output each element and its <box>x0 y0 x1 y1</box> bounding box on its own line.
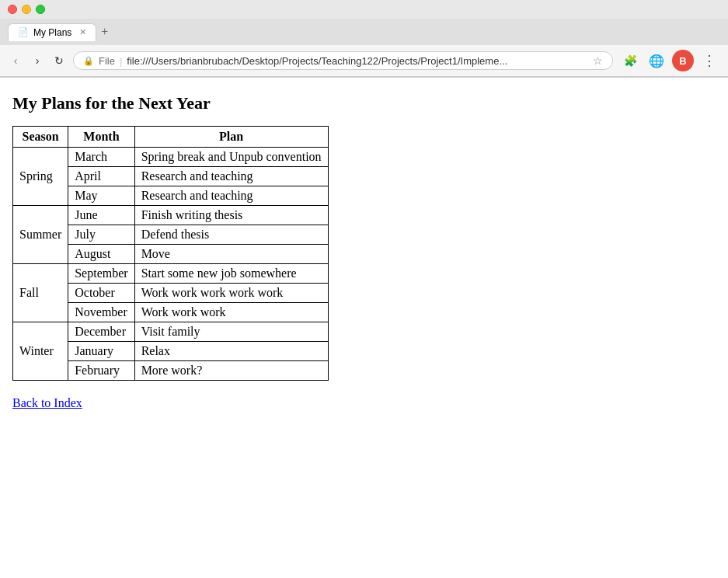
month-header: Month <box>68 127 134 148</box>
table-header-row: Season Month Plan <box>13 127 329 148</box>
month-cell: February <box>68 361 134 381</box>
month-cell: November <box>68 303 134 322</box>
table-row: FallSeptemberStart some new job somewher… <box>13 264 329 284</box>
season-cell: Summer <box>13 206 68 264</box>
url-separator: | <box>120 55 122 67</box>
plan-header: Plan <box>134 127 328 148</box>
plan-cell: Spring break and Unpub convention <box>134 148 328 167</box>
plan-cell: Research and teaching <box>134 167 328 186</box>
plan-cell: Finish writing thesis <box>134 206 328 225</box>
new-tab-button[interactable]: + <box>101 25 108 39</box>
table-row: SpringMarchSpring break and Unpub conven… <box>13 148 329 167</box>
plan-cell: More work? <box>134 361 328 381</box>
back-link-container: Back to Index <box>12 396 82 410</box>
url-file-label: File <box>99 55 115 67</box>
page-content: My Plans for the Next Year Season Month … <box>0 78 728 426</box>
season-cell: Winter <box>13 322 68 381</box>
menu-button[interactable]: ⋮ <box>698 50 720 71</box>
month-cell: May <box>68 186 134 206</box>
season-cell: Spring <box>13 148 68 206</box>
url-bar[interactable]: 🔒 File | file:///Users/brianbrubach/Desk… <box>73 51 613 70</box>
plan-cell: Start some new job somewhere <box>134 264 328 284</box>
bookmark-icon[interactable]: ☆ <box>593 54 603 67</box>
refresh-button[interactable]: ↻ <box>51 53 67 68</box>
month-cell: September <box>68 264 134 284</box>
back-to-index-link[interactable]: Back to Index <box>12 396 82 409</box>
month-cell: July <box>68 225 134 245</box>
url-text: file:///Users/brianbrubach/Desktop/Proje… <box>127 55 585 67</box>
season-cell: Fall <box>13 264 68 322</box>
plans-table: Season Month Plan SpringMarchSpring brea… <box>12 126 329 381</box>
month-cell: August <box>68 245 134 264</box>
lock-icon: 🔒 <box>83 56 94 66</box>
address-bar: ‹ › ↻ 🔒 File | file:///Users/brianbrubac… <box>0 45 728 77</box>
browser-chrome: 📄 My Plans ✕ + ‹ › ↻ 🔒 File | file:///Us… <box>0 0 728 78</box>
month-cell: October <box>68 284 134 303</box>
tab-bar: 📄 My Plans ✕ + <box>0 19 728 45</box>
plan-cell: Move <box>134 245 328 264</box>
title-bar <box>0 0 728 19</box>
browser-icon[interactable]: 🌐 <box>646 50 667 71</box>
month-cell: January <box>68 342 134 361</box>
table-row: SummerJuneFinish writing thesis <box>13 206 329 225</box>
season-header: Season <box>13 127 68 148</box>
plan-cell: Defend thesis <box>134 225 328 245</box>
plan-cell: Work work work work work <box>134 284 328 303</box>
back-nav-button[interactable]: ‹ <box>8 53 23 68</box>
month-cell: April <box>68 167 134 186</box>
plan-cell: Relax <box>134 342 328 361</box>
tab-title: My Plans <box>33 27 71 38</box>
close-button[interactable] <box>8 5 17 14</box>
forward-nav-button[interactable]: › <box>30 53 45 68</box>
extensions-icon[interactable]: 🧩 <box>619 50 641 71</box>
plan-cell: Research and teaching <box>134 186 328 206</box>
toolbar-icons: 🧩 🌐 B ⋮ <box>619 50 720 71</box>
user-avatar[interactable]: B <box>672 50 694 71</box>
minimize-button[interactable] <box>22 5 31 14</box>
traffic-lights <box>8 5 45 14</box>
tab-close-button[interactable]: ✕ <box>79 27 86 37</box>
month-cell: June <box>68 206 134 225</box>
plan-cell: Visit family <box>134 322 328 342</box>
maximize-button[interactable] <box>36 5 45 14</box>
table-row: WinterDecemberVisit family <box>13 322 329 342</box>
page-title: My Plans for the Next Year <box>12 93 716 113</box>
tab-page-icon: 📄 <box>18 27 29 37</box>
plan-cell: Work work work <box>134 303 328 322</box>
month-cell: March <box>68 148 134 167</box>
active-tab[interactable]: 📄 My Plans ✕ <box>8 23 96 41</box>
month-cell: December <box>68 322 134 342</box>
